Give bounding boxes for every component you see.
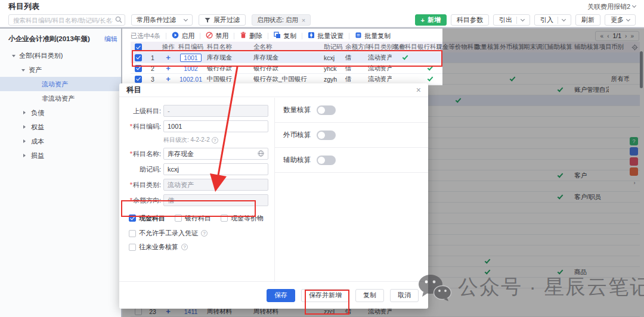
checkbox-label: 现金等价物 [231, 214, 264, 223]
tree-item-全部(科目类别)[interactable]: 全部(科目类别) [0, 48, 121, 63]
select-all-checkbox[interactable] [135, 43, 142, 51]
checkbox-不允许手工录入凭证[interactable]: 不允许手工录入凭证? [129, 229, 274, 238]
caret-down-icon[interactable] [21, 69, 25, 73]
expand-plus-icon[interactable]: + [166, 74, 171, 83]
help-circle-icon[interactable]: ? [201, 230, 208, 237]
divider [234, 33, 234, 39]
checkbox-现金等价物[interactable]: 现金等价物 [221, 214, 264, 223]
refresh-button[interactable]: 刷新 [575, 14, 600, 26]
field-label: 助记码: [126, 165, 161, 174]
启用-action[interactable]: 启用 [172, 32, 194, 41]
subject-code[interactable]: 1002.01 [179, 76, 202, 83]
取消-button[interactable]: 取消 [390, 289, 419, 302]
subject-code[interactable]: 1002 [184, 65, 197, 72]
col-header-cat: 科目类别名称 [366, 42, 392, 52]
disable-icon [206, 32, 213, 40]
help-circle-icon[interactable]: ? [212, 137, 218, 144]
delete-icon [240, 32, 247, 40]
复制-button[interactable]: 复制 [355, 289, 384, 302]
tree-item-权益[interactable]: 权益 [0, 120, 121, 134]
批量设置-action[interactable]: 批量设置 [308, 32, 343, 41]
复制-action[interactable]: 复制 [274, 32, 296, 41]
common-filter-select[interactable]: 常用条件过滤 [131, 14, 193, 26]
status-filter-tag[interactable]: 启用状态: 启用 × [252, 14, 311, 26]
toggle-label: 数量核算 [283, 105, 311, 114]
field-input-科目名称[interactable]: 库存现金 [163, 148, 268, 160]
divider [200, 33, 200, 39]
row-checkbox[interactable] [135, 54, 142, 61]
tree-item-成本[interactable]: 成本 [0, 134, 121, 148]
more-button[interactable]: 更多 [605, 14, 636, 26]
batch-copy-icon [355, 32, 362, 40]
checkbox-往来业务核算[interactable]: 往来业务核算? [129, 243, 274, 251]
checkbox-银行科目[interactable]: 银行科目 [175, 214, 211, 223]
divider [558, 17, 558, 24]
export-button[interactable]: 引出 [493, 14, 530, 26]
field-input-科目编码[interactable]: 1001 [163, 120, 268, 132]
checked-checkbox[interactable] [129, 215, 136, 222]
row-checkbox[interactable] [135, 76, 142, 83]
help-circle-icon[interactable]: ? [181, 244, 188, 250]
禁用-action[interactable]: 禁用 [206, 32, 228, 41]
screen: 科目列表 关联费用报销2 常用条件过滤 展开过滤 启用状态: 启用 × +新增 … [0, 0, 644, 317]
unchecked-checkbox[interactable] [129, 244, 136, 251]
tree-item-负债[interactable]: 负债 [0, 105, 121, 120]
unchecked-checkbox[interactable] [221, 215, 228, 222]
tree-item-非流动资产[interactable]: 非流动资产 [0, 91, 121, 105]
caret-down-icon[interactable] [12, 55, 16, 59]
globe-icon[interactable] [258, 150, 264, 158]
cell-cash [392, 63, 418, 73]
chevron-down-icon [632, 4, 636, 8]
refresh-label: 刷新 [581, 15, 595, 24]
cell-bank [418, 52, 442, 63]
unchecked-checkbox[interactable] [129, 230, 136, 237]
checkbox-现金科目[interactable]: 现金科目 [129, 214, 165, 223]
search-box[interactable] [8, 14, 125, 26]
tree-item-损益[interactable]: 损益 [0, 148, 121, 163]
caret-right-icon[interactable] [23, 139, 27, 143]
subject-params-button[interactable]: 科目参数 [451, 14, 489, 26]
subject-type-checkboxes: 现金科目银行科目现金等价物 [129, 212, 274, 224]
checkbox-label: 银行科目 [185, 214, 211, 223]
search-input[interactable] [8, 14, 125, 26]
tree-item-label: 资产 [29, 66, 42, 74]
expand-filter-button[interactable]: 展开过滤 [199, 14, 246, 26]
helper-text: 科目级次: 4-2-2-2 [163, 136, 210, 144]
expand-plus-icon[interactable]: + [166, 64, 171, 73]
保存并新增-button[interactable]: 保存并新增 [301, 289, 349, 302]
expand-plus-icon[interactable]: + [166, 53, 171, 62]
edit-link[interactable]: 编辑 [104, 35, 117, 43]
import-button[interactable]: 引入 [534, 14, 571, 26]
保存-button[interactable]: 保存 [267, 289, 295, 302]
accounting-standard-title: 小企业会计准则(2013年颁) [8, 35, 90, 43]
plus-icon: + [421, 17, 425, 24]
tree-item-流动资产[interactable]: 流动资产 [0, 77, 121, 91]
divider [302, 33, 302, 39]
toggle-switch-外币核算[interactable] [317, 130, 336, 140]
toggle-switch-辅助核算[interactable] [317, 156, 336, 165]
col-header-seq [146, 42, 159, 52]
add-button[interactable]: +新增 [415, 14, 447, 26]
caret-right-icon[interactable] [23, 125, 27, 129]
caret-right-icon[interactable] [23, 111, 27, 114]
subject-code[interactable]: 1001 [180, 54, 201, 62]
toggle-label: 外币核算 [283, 130, 311, 139]
caret-right-icon[interactable] [23, 154, 27, 157]
删除-action[interactable]: 删除 [240, 32, 262, 41]
col-header-mnem: 助记码 [321, 42, 343, 52]
tree-item-资产[interactable]: 资产 [0, 63, 121, 77]
cell-op: + [159, 52, 177, 63]
subject-params-label: 科目参数 [457, 15, 483, 24]
批量复制-action[interactable]: 批量复制 [355, 32, 391, 41]
unchecked-checkbox[interactable] [175, 215, 182, 222]
field-input-助记码[interactable]: kcxj [163, 163, 268, 175]
remove-filter-icon[interactable]: × [302, 17, 305, 24]
user-menu[interactable]: 关联费用报销2 [587, 2, 636, 11]
field-value: 流动资产 [168, 181, 194, 189]
tree-item-label: 全部(科目类别) [19, 51, 63, 60]
col-header-code: 科目编码 [177, 42, 205, 52]
row-checkbox[interactable] [135, 65, 142, 72]
toggle-switch-数量核算[interactable] [317, 105, 336, 115]
field-input-上级科目: - [163, 105, 268, 117]
close-icon[interactable]: × [416, 86, 421, 94]
